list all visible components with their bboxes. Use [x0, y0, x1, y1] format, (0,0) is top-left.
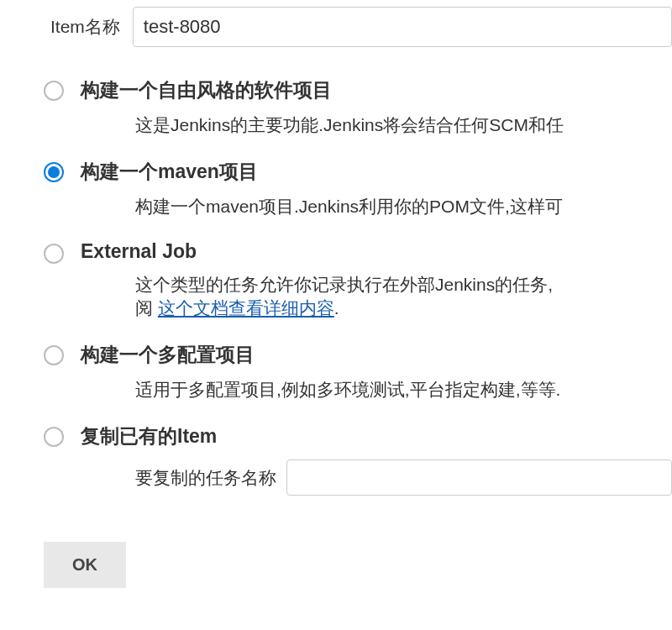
option-title-copy: 复制已有的Item — [81, 423, 672, 449]
option-body: 构建一个自由风格的软件项目 这是Jenkins的主要功能.Jenkins将会结合… — [81, 77, 672, 137]
option-title-multiconfig: 构建一个多配置项目 — [81, 342, 672, 368]
radio-copy[interactable] — [44, 427, 64, 447]
option-body: 构建一个maven项目 构建一个maven项目.Jenkins利用你的POM文件… — [81, 159, 672, 218]
item-name-row: Item名称 — [0, 0, 672, 72]
option-maven[interactable]: 构建一个maven项目 构建一个maven项目.Jenkins利用你的POM文件… — [0, 154, 672, 235]
option-freestyle[interactable]: 构建一个自由风格的软件项目 这是Jenkins的主要功能.Jenkins将会结合… — [0, 72, 672, 154]
option-body: 复制已有的Item 要复制的任务名称 — [81, 423, 672, 496]
option-desc-maven: 构建一个maven项目.Jenkins利用你的POM文件,这样可 — [81, 195, 672, 218]
option-title-maven: 构建一个maven项目 — [81, 159, 672, 185]
footer: OK — [0, 512, 672, 588]
external-doc-link[interactable]: 这个文档查看详细内容 — [158, 298, 334, 318]
option-body: 构建一个多配置项目 适用于多配置项目,例如多环境测试,平台指定构建,等等. — [81, 342, 672, 402]
option-multiconfig[interactable]: 构建一个多配置项目 适用于多配置项目,例如多环境测试,平台指定构建,等等. — [0, 337, 672, 418]
option-title-external: External Job — [81, 240, 672, 263]
option-desc-external: 这个类型的任务允许你记录执行在外部Jenkins的任务, 阅 这个文档查看详细内… — [81, 273, 672, 320]
copy-from-label: 要复制的任务名称 — [135, 466, 276, 490]
radio-freestyle[interactable] — [44, 81, 64, 101]
option-desc-multiconfig: 适用于多配置项目,例如多环境测试,平台指定构建,等等. — [81, 378, 672, 402]
ok-button[interactable]: OK — [44, 542, 126, 588]
option-copy[interactable]: 复制已有的Item 要复制的任务名称 — [0, 418, 672, 512]
radio-maven[interactable] — [44, 162, 64, 182]
copy-row: 要复制的任务名称 — [81, 459, 672, 496]
desc-text-2: 阅 — [135, 298, 158, 318]
radio-external[interactable] — [44, 244, 64, 264]
item-name-label: Item名称 — [50, 15, 120, 39]
radio-multiconfig[interactable] — [44, 345, 64, 365]
copy-from-input[interactable] — [286, 459, 672, 496]
option-title-freestyle: 构建一个自由风格的软件项目 — [81, 77, 672, 103]
option-desc-freestyle: 这是Jenkins的主要功能.Jenkins将会结合任何SCM和任 — [81, 113, 672, 137]
desc-text-1: 这个类型的任务允许你记录执行在外部Jenkins的任务, — [135, 275, 553, 294]
item-name-input[interactable] — [133, 7, 672, 47]
option-body: External Job 这个类型的任务允许你记录执行在外部Jenkins的任务… — [81, 240, 672, 320]
desc-text-3: . — [334, 298, 339, 318]
option-external[interactable]: External Job 这个类型的任务允许你记录执行在外部Jenkins的任务… — [0, 235, 672, 337]
